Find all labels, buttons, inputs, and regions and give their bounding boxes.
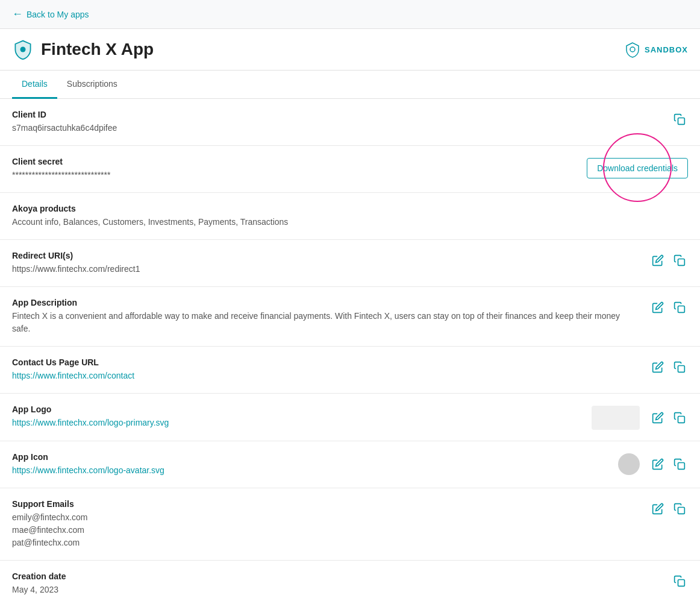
field-info-akoya-products: Akoya products Account info, Balances, C… bbox=[12, 204, 678, 228]
tab-subscriptions[interactable]: Subscriptions bbox=[57, 71, 127, 99]
field-label-akoya-products: Akoya products bbox=[12, 204, 678, 213]
field-label-client-secret: Client secret bbox=[12, 157, 577, 166]
field-info-redirect-uris: Redirect URI(s) https://www.fintechx.com… bbox=[12, 251, 640, 275]
field-row-support-emails: Support Emails emily@fintechx.com mae@fi… bbox=[0, 488, 700, 561]
field-value-redirect-uris: https://www.fintechx.com/redirect1 bbox=[12, 263, 640, 275]
copy-contact-url-button[interactable] bbox=[671, 359, 688, 376]
edit-icon bbox=[652, 361, 664, 373]
field-info-creation-date: Creation date May 4, 2023 bbox=[12, 571, 661, 596]
field-value-client-secret: ****************************** bbox=[12, 169, 577, 181]
field-info-contact-url: Contact Us Page URL https://www.fintechx… bbox=[12, 357, 640, 382]
field-row-client-id: Client ID s7maq6irsactuhka6c4dpifee bbox=[0, 99, 700, 146]
field-label-app-icon: App Icon bbox=[12, 452, 608, 462]
tabs: Details Subscriptions bbox=[0, 71, 700, 99]
back-link[interactable]: ← Back to My apps bbox=[12, 8, 89, 20]
field-label-app-description: App Description bbox=[12, 298, 640, 307]
field-row-app-description: App Description Fintech X is a convenien… bbox=[0, 287, 700, 347]
field-value-akoya-products: Account info, Balances, Customers, Inves… bbox=[12, 216, 678, 228]
svg-rect-9 bbox=[678, 580, 685, 587]
copy-creation-date-button[interactable] bbox=[671, 573, 688, 590]
svg-rect-7 bbox=[678, 463, 685, 470]
copy-client-id-button[interactable] bbox=[671, 111, 688, 128]
copy-icon bbox=[673, 361, 686, 373]
edit-icon bbox=[652, 458, 664, 470]
shield-icon bbox=[12, 39, 34, 60]
field-row-creation-date: Creation date May 4, 2023 bbox=[0, 561, 700, 598]
field-row-akoya-products: Akoya products Account info, Balances, C… bbox=[0, 193, 700, 240]
svg-point-0 bbox=[20, 47, 26, 52]
top-nav: ← Back to My apps bbox=[0, 0, 700, 29]
field-row-app-icon: App Icon https://www.fintechx.com/logo-a… bbox=[0, 441, 700, 488]
field-label-contact-url: Contact Us Page URL bbox=[12, 357, 640, 367]
edit-contact-url-button[interactable] bbox=[649, 359, 666, 376]
field-info-app-description: App Description Fintech X is a convenien… bbox=[12, 298, 640, 335]
field-actions-app-icon bbox=[618, 452, 688, 475]
app-title-area: Fintech X App bbox=[12, 39, 154, 60]
back-label: Back to My apps bbox=[27, 10, 89, 19]
copy-icon bbox=[673, 458, 686, 470]
svg-rect-4 bbox=[678, 306, 685, 313]
svg-rect-6 bbox=[678, 417, 685, 423]
field-actions-support-emails bbox=[649, 499, 688, 517]
tab-details[interactable]: Details bbox=[12, 71, 57, 99]
field-info-client-id: Client ID s7maq6irsactuhka6c4dpifee bbox=[12, 110, 661, 134]
svg-rect-5 bbox=[678, 366, 685, 373]
field-value-creation-date: May 4, 2023 bbox=[12, 584, 661, 596]
field-actions-app-description bbox=[649, 298, 688, 316]
field-row-client-secret: Client secret **************************… bbox=[0, 146, 700, 193]
field-value-contact-url[interactable]: https://www.fintechx.com/contact bbox=[12, 370, 640, 382]
field-value-app-logo[interactable]: https://www.fintechx.com/logo-primary.sv… bbox=[12, 417, 582, 429]
field-info-client-secret: Client secret **************************… bbox=[12, 157, 577, 181]
field-info-support-emails: Support Emails emily@fintechx.com mae@fi… bbox=[12, 499, 640, 549]
field-label-redirect-uris: Redirect URI(s) bbox=[12, 251, 640, 260]
copy-app-logo-button[interactable] bbox=[671, 409, 688, 426]
field-row-contact-url: Contact Us Page URL https://www.fintechx… bbox=[0, 347, 700, 394]
copy-app-description-button[interactable] bbox=[671, 299, 688, 316]
field-actions-contact-url bbox=[649, 357, 688, 376]
edit-redirect-uris-button[interactable] bbox=[649, 252, 666, 269]
field-label-client-id: Client ID bbox=[12, 110, 661, 119]
field-info-app-icon: App Icon https://www.fintechx.com/logo-a… bbox=[12, 452, 608, 477]
copy-redirect-uris-button[interactable] bbox=[671, 252, 688, 269]
copy-support-emails-button[interactable] bbox=[671, 500, 688, 517]
field-actions-client-id bbox=[671, 110, 688, 128]
field-value-support-emails: emily@fintechx.com mae@fintechx.com pat@… bbox=[12, 511, 640, 549]
field-actions-client-secret: Download credentials bbox=[587, 157, 688, 178]
edit-app-icon-button[interactable] bbox=[649, 456, 666, 473]
field-actions-app-logo bbox=[592, 404, 688, 430]
copy-icon bbox=[673, 301, 686, 313]
edit-icon bbox=[652, 301, 664, 313]
edit-app-logo-button[interactable] bbox=[649, 409, 666, 426]
edit-support-emails-button[interactable] bbox=[649, 500, 666, 517]
field-row-app-logo: App Logo https://www.fintechx.com/logo-p… bbox=[0, 394, 700, 441]
download-credentials-button[interactable]: Download credentials bbox=[587, 158, 688, 178]
field-actions-creation-date bbox=[671, 571, 688, 590]
edit-icon bbox=[652, 254, 664, 266]
copy-icon bbox=[673, 412, 686, 424]
field-actions-redirect-uris bbox=[649, 251, 688, 269]
icon-preview bbox=[618, 453, 640, 475]
copy-icon bbox=[673, 575, 686, 587]
svg-rect-2 bbox=[678, 118, 685, 125]
copy-icon bbox=[673, 113, 686, 125]
field-value-app-icon[interactable]: https://www.fintechx.com/logo-avatar.svg bbox=[12, 464, 608, 477]
field-value-client-id: s7maq6irsactuhka6c4dpifee bbox=[12, 122, 661, 134]
copy-icon bbox=[673, 503, 686, 515]
field-label-creation-date: Creation date bbox=[12, 571, 661, 581]
field-label-app-logo: App Logo bbox=[12, 404, 582, 414]
copy-icon bbox=[673, 254, 686, 266]
edit-icon bbox=[652, 412, 664, 424]
copy-app-icon-button[interactable] bbox=[671, 456, 688, 473]
field-info-app-logo: App Logo https://www.fintechx.com/logo-p… bbox=[12, 404, 582, 429]
sandbox-badge: SANDBOX bbox=[624, 41, 688, 58]
back-arrow-icon: ← bbox=[12, 8, 23, 20]
svg-rect-3 bbox=[678, 259, 685, 266]
field-label-support-emails: Support Emails bbox=[12, 499, 640, 509]
sandbox-icon bbox=[624, 41, 641, 58]
field-value-app-description: Fintech X is a convenient and affordable… bbox=[12, 310, 640, 335]
sandbox-label: SANDBOX bbox=[645, 45, 688, 54]
app-header: Fintech X App SANDBOX bbox=[0, 29, 700, 71]
svg-rect-8 bbox=[678, 508, 685, 514]
edit-app-description-button[interactable] bbox=[649, 299, 666, 316]
field-row-redirect-uris: Redirect URI(s) https://www.fintechx.com… bbox=[0, 240, 700, 287]
